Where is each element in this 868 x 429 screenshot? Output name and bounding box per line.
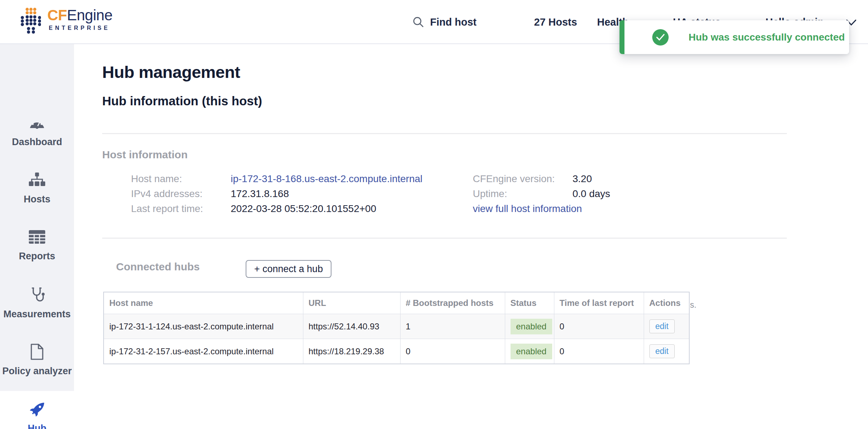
sidebar-item-reports[interactable]: Reports bbox=[0, 228, 74, 263]
col-bootstrapped: # Bootstrapped hosts bbox=[400, 292, 505, 314]
status-badge: enabled bbox=[511, 319, 552, 334]
cell-host-name: ip-172-31-2-157.us-east-2.compute.intern… bbox=[104, 339, 303, 364]
host-name-link[interactable]: ip-172-31-8-168.us-east-2.compute.intern… bbox=[231, 173, 423, 185]
main-content: Hub management Hub information (this hos… bbox=[74, 44, 868, 429]
stethoscope-icon bbox=[29, 286, 45, 304]
document-icon bbox=[30, 343, 44, 361]
search-icon bbox=[412, 16, 424, 28]
cell-status: enabled bbox=[505, 314, 554, 339]
sidebar-item-label: Policy analyzer bbox=[2, 365, 72, 377]
last-report-label: Last report time: bbox=[131, 203, 203, 214]
speedometer-icon bbox=[28, 114, 46, 132]
find-host-label: Find host bbox=[430, 14, 476, 30]
toast-accent-bar bbox=[619, 20, 624, 54]
col-url: URL bbox=[303, 292, 400, 314]
view-full-host-information-link[interactable]: view full host information bbox=[473, 203, 582, 214]
cfengine-dot-robot-icon bbox=[20, 7, 41, 36]
table-row: ip-172-31-2-157.us-east-2.compute.intern… bbox=[104, 339, 689, 364]
col-status: Status bbox=[505, 292, 554, 314]
host-information-heading: Host information bbox=[102, 149, 188, 161]
sidebar-item-label: Reports bbox=[19, 250, 55, 263]
status-badge: enabled bbox=[511, 344, 552, 359]
version-value: 3.20 bbox=[572, 173, 592, 185]
connected-hubs-heading: Connected hubs bbox=[116, 261, 200, 273]
cell-last-report: 0 bbox=[554, 339, 644, 364]
find-host-nav[interactable]: Find host bbox=[412, 14, 476, 30]
connect-a-hub-button[interactable]: + connect a hub bbox=[246, 260, 331, 278]
last-report-value: 2022-03-28 05:52:20.101552+00 bbox=[231, 203, 376, 214]
table-header-row: Host name URL # Bootstrapped hosts Statu… bbox=[104, 292, 689, 314]
success-toast: Hub was successfully connected bbox=[619, 20, 849, 54]
sidebar-item-label: Dashboard bbox=[12, 136, 62, 148]
cell-bootstrapped: 0 bbox=[400, 339, 505, 364]
cell-bootstrapped: 1 bbox=[400, 314, 505, 339]
table-icon bbox=[28, 228, 46, 246]
sidebar-item-hosts[interactable]: Hosts bbox=[0, 171, 74, 206]
ipv4-value: 172.31.8.168 bbox=[231, 188, 289, 200]
rocket-icon bbox=[29, 401, 45, 419]
col-host-name: Host name bbox=[104, 292, 303, 314]
edit-button[interactable]: edit bbox=[649, 344, 675, 358]
cell-host-name: ip-172-31-1-124.us-east-2.compute.intern… bbox=[104, 314, 303, 339]
cell-actions: edit bbox=[644, 314, 689, 339]
version-label: CFEngine version: bbox=[473, 173, 555, 185]
sitemap-icon bbox=[28, 171, 46, 189]
page-subtitle: Hub information (this host) bbox=[102, 94, 262, 108]
cell-last-report: 0 bbox=[554, 314, 644, 339]
col-last-report: Time of last report bbox=[554, 292, 644, 314]
logo-enterprise: ENTERPRISE bbox=[49, 25, 113, 31]
cell-url: https://18.219.29.38 bbox=[303, 339, 400, 364]
screen: CFEngine ENTERPRISE Find host 27 Hosts H… bbox=[0, 0, 868, 429]
host-name-label: Host name: bbox=[131, 173, 182, 185]
sidebar-item-hub-management[interactable]: Hub management bbox=[0, 391, 74, 429]
col-actions: Actions bbox=[644, 292, 689, 314]
sidebar-item-policy-analyzer[interactable]: Policy analyzer bbox=[0, 343, 74, 377]
cell-status: enabled bbox=[505, 339, 554, 364]
cell-actions: edit bbox=[644, 339, 689, 364]
sidebar-item-label: Hub management bbox=[0, 422, 74, 429]
sidebar-item-label: Hosts bbox=[23, 193, 50, 206]
toast-message: Hub was successfully connected bbox=[689, 32, 845, 43]
logo-text: CFEngine ENTERPRISE bbox=[47, 7, 113, 31]
table-row: ip-172-31-1-124.us-east-2.compute.intern… bbox=[104, 314, 689, 339]
cell-url: https://52.14.40.93 bbox=[303, 314, 400, 339]
logo-engine: Engine bbox=[67, 7, 113, 23]
divider bbox=[102, 238, 787, 239]
uptime-label: Uptime: bbox=[473, 188, 507, 200]
stray-text: s. bbox=[690, 300, 696, 310]
uptime-value: 0.0 days bbox=[572, 188, 610, 200]
edit-button[interactable]: edit bbox=[649, 319, 675, 333]
sidebar-item-label: Measurements bbox=[3, 308, 70, 321]
logo-cf: CF bbox=[47, 7, 67, 23]
sidebar-item-measurements[interactable]: Measurements bbox=[0, 286, 74, 321]
cfengine-logo[interactable]: CFEngine ENTERPRISE bbox=[20, 7, 113, 36]
sidebar-item-dashboard[interactable]: Dashboard bbox=[0, 114, 74, 148]
divider bbox=[102, 133, 787, 134]
connected-hubs-table: Host name URL # Bootstrapped hosts Statu… bbox=[103, 292, 690, 364]
check-circle-icon bbox=[652, 29, 669, 46]
page-title: Hub management bbox=[102, 62, 240, 82]
sidebar: Dashboard Hosts bbox=[0, 44, 74, 429]
hosts-count-nav[interactable]: 27 Hosts bbox=[534, 14, 577, 30]
ipv4-label: IPv4 addresses: bbox=[131, 188, 203, 200]
